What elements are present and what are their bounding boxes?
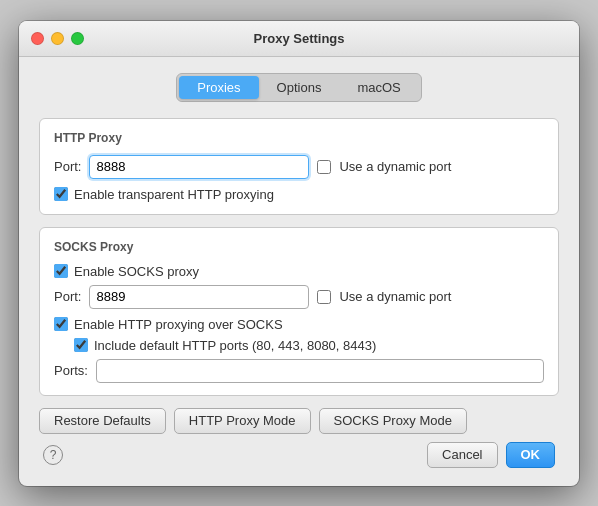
ok-button[interactable]: OK	[506, 442, 556, 468]
tab-proxies[interactable]: Proxies	[179, 76, 258, 99]
socks-ports-label: Ports:	[54, 363, 88, 378]
socks-http-over-socks-row: Enable HTTP proxying over SOCKS	[54, 317, 544, 332]
http-port-input[interactable]	[89, 155, 309, 179]
socks-dynamic-port-label: Use a dynamic port	[339, 289, 451, 304]
tab-macos[interactable]: macOS	[339, 76, 418, 99]
socks-http-over-socks-label: Enable HTTP proxying over SOCKS	[74, 317, 283, 332]
help-button[interactable]: ?	[43, 445, 63, 465]
http-proxy-port-row: Port: Use a dynamic port	[54, 155, 544, 179]
socks-port-row: Port: Use a dynamic port	[54, 285, 544, 309]
socks-ports-row: Ports:	[54, 359, 544, 383]
socks-ports-input[interactable]	[96, 359, 544, 383]
socks-port-input[interactable]	[89, 285, 309, 309]
help-icon: ?	[50, 448, 57, 462]
http-transparent-row: Enable transparent HTTP proxying	[54, 187, 544, 202]
socks-proxy-label: SOCKS Proxy	[54, 240, 544, 254]
socks-include-default-label: Include default HTTP ports (80, 443, 808…	[94, 338, 376, 353]
bottom-buttons: Restore Defaults HTTP Proxy Mode SOCKS P…	[39, 408, 559, 434]
tab-group: Proxies Options macOS	[176, 73, 422, 102]
maximize-button[interactable]	[71, 32, 84, 45]
cancel-button[interactable]: Cancel	[427, 442, 497, 468]
http-dynamic-port-label: Use a dynamic port	[339, 159, 451, 174]
main-content: Proxies Options macOS HTTP Proxy Port: U…	[19, 57, 579, 486]
http-dynamic-port-checkbox[interactable]	[317, 160, 331, 174]
titlebar: Proxy Settings	[19, 21, 579, 57]
footer-row: ? Cancel OK	[39, 434, 559, 470]
traffic-lights	[31, 32, 84, 45]
http-transparent-checkbox[interactable]	[54, 187, 68, 201]
socks-port-label: Port:	[54, 289, 81, 304]
right-footer-buttons: Cancel OK	[427, 442, 555, 468]
socks-enable-label: Enable SOCKS proxy	[74, 264, 199, 279]
minimize-button[interactable]	[51, 32, 64, 45]
http-transparent-label: Enable transparent HTTP proxying	[74, 187, 274, 202]
socks-http-over-socks-checkbox[interactable]	[54, 317, 68, 331]
window-title: Proxy Settings	[253, 31, 344, 46]
socks-include-default-checkbox[interactable]	[74, 338, 88, 352]
close-button[interactable]	[31, 32, 44, 45]
window: Proxy Settings Proxies Options macOS HTT…	[19, 21, 579, 486]
socks-proxy-mode-button[interactable]: SOCKS Proxy Mode	[319, 408, 468, 434]
tab-options[interactable]: Options	[259, 76, 340, 99]
http-proxy-section: HTTP Proxy Port: Use a dynamic port Enab…	[39, 118, 559, 215]
http-port-label: Port:	[54, 159, 81, 174]
socks-enable-row: Enable SOCKS proxy	[54, 264, 544, 279]
http-proxy-label: HTTP Proxy	[54, 131, 544, 145]
left-action-buttons: Restore Defaults HTTP Proxy Mode SOCKS P…	[39, 408, 467, 434]
socks-include-default-row: Include default HTTP ports (80, 443, 808…	[74, 338, 544, 353]
socks-proxy-section: SOCKS Proxy Enable SOCKS proxy Port: Use…	[39, 227, 559, 396]
restore-defaults-button[interactable]: Restore Defaults	[39, 408, 166, 434]
socks-dynamic-port-checkbox[interactable]	[317, 290, 331, 304]
socks-enable-checkbox[interactable]	[54, 264, 68, 278]
tab-bar: Proxies Options macOS	[39, 73, 559, 102]
http-proxy-mode-button[interactable]: HTTP Proxy Mode	[174, 408, 311, 434]
